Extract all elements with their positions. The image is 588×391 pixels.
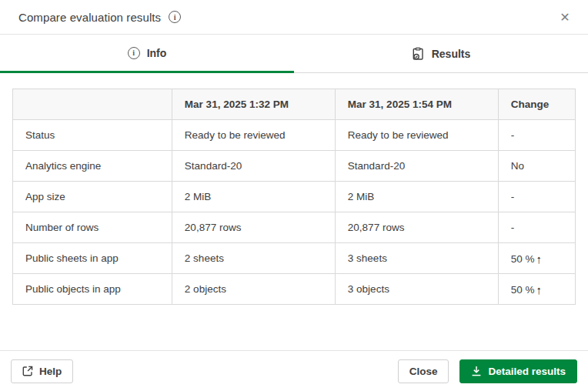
detailed-results-label: Detailed results: [488, 366, 566, 377]
row-label: Public sheets in app: [13, 243, 172, 274]
header-eval1-timestamp: Mar 31, 2025 1:32 PM: [172, 89, 335, 120]
comparison-table-container: Mar 31, 2025 1:32 PM Mar 31, 2025 1:54 P…: [0, 73, 588, 305]
tab-results[interactable]: Results: [294, 35, 588, 73]
table-row: App size 2 MiB 2 MiB -: [13, 182, 576, 212]
compare-evaluation-dialog: Compare evaluation results i ✕ i Info Re…: [0, 0, 588, 391]
dialog-header: Compare evaluation results i ✕: [0, 0, 588, 35]
eval2-value: 3 objects: [335, 274, 498, 305]
eval1-value: 2 sheets: [172, 243, 335, 274]
tab-info-label: Info: [147, 47, 167, 59]
header-change: Change: [498, 89, 575, 120]
eval2-value: Ready to be reviewed: [335, 120, 498, 151]
row-label: Number of rows: [13, 212, 172, 243]
header-empty: [13, 89, 172, 120]
close-button[interactable]: Close: [398, 359, 449, 383]
table-header-row: Mar 31, 2025 1:32 PM Mar 31, 2025 1:54 P…: [13, 89, 576, 120]
change-value: 50 %↑: [498, 243, 575, 274]
row-label: Analytics engine: [13, 151, 172, 182]
comparison-table: Mar 31, 2025 1:32 PM Mar 31, 2025 1:54 P…: [12, 89, 576, 305]
external-link-icon: [22, 366, 33, 376]
tab-info[interactable]: i Info: [0, 35, 294, 73]
change-value: -: [498, 182, 575, 212]
eval1-value: 2 objects: [172, 274, 335, 305]
change-value: 50 %↑: [498, 274, 575, 305]
eval1-value: 2 MiB: [172, 182, 335, 212]
eval1-value: 20,877 rows: [172, 212, 335, 243]
dialog-title: Compare evaluation results: [18, 11, 161, 24]
close-icon[interactable]: ✕: [556, 8, 574, 27]
help-button[interactable]: Help: [11, 359, 73, 383]
footer-actions: Close Detailed results: [398, 359, 577, 383]
change-value: -: [498, 120, 575, 151]
download-icon: [471, 366, 482, 376]
eval2-value: 20,877 rows: [335, 212, 498, 243]
eval1-value: Standard-20: [172, 151, 335, 182]
row-label: Public objects in app: [13, 274, 172, 305]
increase-arrow-icon: ↑: [536, 252, 543, 266]
info-icon[interactable]: i: [169, 11, 181, 23]
table-row: Number of rows 20,877 rows 20,877 rows -: [13, 212, 576, 243]
table-row: Status Ready to be reviewed Ready to be …: [13, 120, 576, 151]
row-label: Status: [13, 120, 172, 151]
eval2-value: Standard-20: [335, 151, 498, 182]
clipboard-check-icon: [412, 47, 425, 61]
help-button-label: Help: [39, 366, 62, 377]
dialog-footer: Help Close Detailed results: [0, 350, 588, 391]
table-row: Public objects in app 2 objects 3 object…: [13, 274, 576, 305]
table-row: Analytics engine Standard-20 Standard-20…: [13, 151, 576, 182]
change-value: -: [498, 212, 575, 243]
increase-arrow-icon: ↑: [536, 283, 543, 296]
row-label: App size: [13, 182, 172, 212]
detailed-results-button[interactable]: Detailed results: [459, 359, 577, 383]
info-icon: i: [128, 47, 140, 59]
header-eval2-timestamp: Mar 31, 2025 1:54 PM: [335, 89, 498, 120]
eval2-value: 2 MiB: [335, 182, 498, 212]
eval2-value: 3 sheets: [335, 243, 498, 274]
tab-results-label: Results: [432, 48, 471, 60]
change-value: No: [498, 151, 575, 182]
tab-bar: i Info Results: [0, 35, 588, 73]
table-row: Public sheets in app 2 sheets 3 sheets 5…: [13, 243, 576, 274]
eval1-value: Ready to be reviewed: [172, 120, 335, 151]
